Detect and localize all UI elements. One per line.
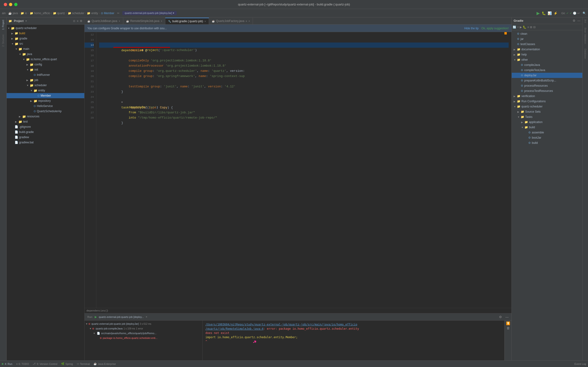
- nav-quartz[interactable]: 📁 quartz: [53, 12, 65, 15]
- code-editor[interactable]: 12 13 14 15 16 17 18 19 20 21 22 23 24 2…: [84, 32, 512, 308]
- gradle-quartzscheduler[interactable]: ▼ 📁 quartz-scheduler: [512, 104, 582, 109]
- scroll-to-end-icon[interactable]: ⏬: [506, 321, 510, 325]
- maximize-button[interactable]: [14, 3, 17, 6]
- run-item-compilejava[interactable]: ▼ ⊗ :quartz-job:compileJava 1 s 109 ms 1…: [84, 326, 202, 331]
- panel-settings-icon[interactable]: ⚙: [80, 19, 83, 23]
- tree-repository[interactable]: ▶ 📁 repository: [7, 98, 84, 103]
- tree-io-homo[interactable]: ▼ 📁 io.homo_efficio.quart: [7, 57, 84, 62]
- structure-tab[interactable]: 2: Structure: [2, 34, 4, 47]
- gradle-tasks[interactable]: ▼ 📁 Tasks: [512, 114, 582, 119]
- search-everywhere[interactable]: 🔍: [583, 12, 586, 15]
- toolbar-spring[interactable]: 🌿 Spring: [61, 362, 73, 365]
- nav-io[interactable]: 📁 io: [21, 12, 27, 15]
- tree-member[interactable]: ⊙ Member ➜: [7, 93, 84, 98]
- gradle-other[interactable]: ▼ 📁 other: [512, 57, 582, 62]
- minimize-button[interactable]: [9, 3, 12, 6]
- tab-close-buildgradle[interactable]: ×: [205, 20, 206, 23]
- run-config-name[interactable]: quartz-external-job:quartz-job [deploy..…: [99, 316, 144, 318]
- tree-config[interactable]: ▶ 📁 config: [7, 62, 84, 67]
- toolbar-todo[interactable]: ≡ 6: TODO: [16, 363, 29, 365]
- gradle-expand-icon[interactable]: ⊞: [530, 25, 532, 29]
- tree-resources[interactable]: ▶ 📁 resources: [7, 114, 84, 119]
- project-tab[interactable]: 1: Project: [2, 20, 4, 30]
- tree-scheduler[interactable]: ▼ 📁 scheduler: [7, 83, 84, 88]
- run-close-icon[interactable]: —: [505, 315, 509, 319]
- nav-member[interactable]: ⊙ Member: [101, 12, 114, 15]
- tree-job[interactable]: ▶ 📁 job: [7, 77, 84, 83]
- gradle-assemble[interactable]: ⚙ assemble: [512, 130, 582, 135]
- tree-gradlew[interactable]: 📄 gradlew: [7, 135, 84, 140]
- run-item-package-error[interactable]: ⊗ package io.homo_efficio.quartz.schedul…: [84, 336, 202, 340]
- gradle-application[interactable]: ▶ 📁 application: [512, 119, 582, 125]
- gradle-build-task[interactable]: ⚙ build: [512, 140, 582, 145]
- toolbar-terminal[interactable]: ▭ Terminal: [77, 362, 90, 365]
- toolbar-vcs[interactable]: ⎇ 9: Version Control: [33, 362, 57, 365]
- tab-buildgradle[interactable]: 🔧 build.gradle (:quartz-job) ×: [165, 18, 209, 24]
- tree-helloservice[interactable]: ⊙ HelloService: [7, 103, 84, 109]
- code-content[interactable]: ▼ dependencies { compile⚙ project(':quar…: [96, 32, 512, 308]
- gradle-build-folder[interactable]: ▼ 📁 build: [512, 125, 582, 130]
- tree-gradle[interactable]: ▶ 📁 gradle: [7, 36, 84, 41]
- tree-entity[interactable]: ▼ 📁 entity: [7, 88, 84, 93]
- gradle-testclasses[interactable]: ⚙ testClasses: [512, 42, 582, 47]
- tab-remotesimplejob[interactable]: ☕ RemoteSimpleJob.java ×: [123, 18, 165, 24]
- run-item-srcpath[interactable]: ▼ 📄 src/main/java/io/homo_efficio/quartz…: [84, 331, 202, 336]
- gradle-jar[interactable]: ⚙ jar: [512, 36, 582, 42]
- hide-tip-link[interactable]: Hide the tip: [464, 27, 479, 30]
- gradle-refresh-icon[interactable]: 🔄: [513, 25, 516, 29]
- database-tab[interactable]: Database: [584, 49, 587, 59]
- run-console[interactable]: /Users/1003604/gitRepo/study/quartz-exte…: [203, 320, 505, 360]
- coverage-button[interactable]: 📊: [548, 11, 552, 15]
- git-undo[interactable]: ↩: [577, 12, 580, 15]
- tree-src[interactable]: ▼ 📁 src: [7, 41, 84, 46]
- panel-dropdown[interactable]: ▾: [25, 20, 27, 22]
- tree-java[interactable]: ▼ 📁 java: [7, 51, 84, 57]
- gradle-close-icon[interactable]: —: [577, 19, 580, 22]
- ant-tab[interactable]: Ant: [584, 19, 587, 23]
- run-tab-close[interactable]: ×: [146, 315, 147, 319]
- panel-locate-icon[interactable]: ⊙: [73, 19, 75, 23]
- gradle-processtestresources[interactable]: ⚙ processTestResources: [512, 88, 582, 93]
- run-item-main[interactable]: ▼ ⊗ quartz-external-job:quartz-job [depl…: [84, 321, 202, 326]
- gradle-add-icon[interactable]: +: [517, 25, 519, 29]
- toolbar-enterprise[interactable]: ☕ Java Enterprise: [93, 362, 116, 365]
- tree-initrunner[interactable]: ⊙ InitRunner: [7, 72, 84, 77]
- debug-button[interactable]: 🐛: [542, 11, 546, 15]
- gradle-collapse-icon[interactable]: ⊟: [533, 25, 536, 29]
- nav-homo[interactable]: 📁 homo_efficio: [30, 12, 50, 15]
- tab-close-quartzjobfactory[interactable]: ×: [248, 20, 250, 22]
- profile-button[interactable]: ⚡: [554, 11, 557, 15]
- clear-console-icon[interactable]: 🗑: [506, 326, 510, 330]
- nav-project[interactable]: ain: [2, 12, 6, 15]
- tree-gradlewbat[interactable]: 📄 gradlew.bat: [7, 140, 84, 145]
- run-config-label[interactable]: quartz-external-job:quartz-job [deployJa…: [122, 11, 177, 15]
- tab-quartzjobfactory[interactable]: ☕ QuartzJobFactory.java ≡ ×: [209, 18, 253, 24]
- run-settings-icon[interactable]: ⚙: [499, 315, 502, 319]
- gradle-processresources[interactable]: ⚙ processResources: [512, 83, 582, 88]
- gradle-toggle-icon[interactable]: ≡: [527, 25, 529, 29]
- gradle-help[interactable]: ▶ 📁 help: [512, 52, 582, 57]
- close-button[interactable]: [4, 3, 7, 6]
- gradle-run-icon[interactable]: ▶: [520, 25, 522, 29]
- tab-quartzjobbean[interactable]: ☕ QuartzJobBean.java ×: [84, 18, 123, 24]
- gradle-clean[interactable]: ⚙ clean: [512, 31, 582, 36]
- gradle-compilejava[interactable]: ⚙ compileJava: [512, 62, 582, 67]
- panel-collapse-icon[interactable]: ≡: [77, 19, 78, 23]
- toolbar-eventlog[interactable]: Event Log: [574, 363, 586, 365]
- tree-init[interactable]: ▼ 📁 init: [7, 67, 84, 72]
- apply-suggestion-button[interactable]: Ok, apply suggestion!: [481, 27, 509, 30]
- toolbar-run[interactable]: ▶ 4: Run: [2, 362, 12, 365]
- tree-buildgradle[interactable]: 📄 build.gradle: [7, 129, 84, 135]
- bean-validation-tab[interactable]: Bean Validation: [584, 28, 587, 44]
- gradle-debug-run-icon[interactable]: 🐛: [523, 25, 526, 29]
- gradle-sourcesets[interactable]: ▶ 📁 Source Sets: [512, 109, 582, 114]
- tree-main[interactable]: ▼ 📁 main: [7, 46, 84, 51]
- nav-scheduler[interactable]: 📁 scheduler: [68, 12, 84, 15]
- tab-close-remotesimplejob[interactable]: ×: [161, 20, 162, 22]
- tree-gitignore[interactable]: 📄 .gitignore: [7, 124, 84, 129]
- tree-quartzschedulerapp[interactable]: ⊙ QuartzSchedulerAp: [7, 109, 84, 114]
- tree-quartz-scheduler[interactable]: ▼ 📁 quartz-scheduler: [7, 25, 84, 31]
- run-button[interactable]: ▶: [537, 11, 540, 16]
- tab-close-quartzjobbean[interactable]: ×: [119, 20, 120, 22]
- gradle-preparekotlin[interactable]: ⚙ prepareKotlinBuildScrip...: [512, 78, 582, 83]
